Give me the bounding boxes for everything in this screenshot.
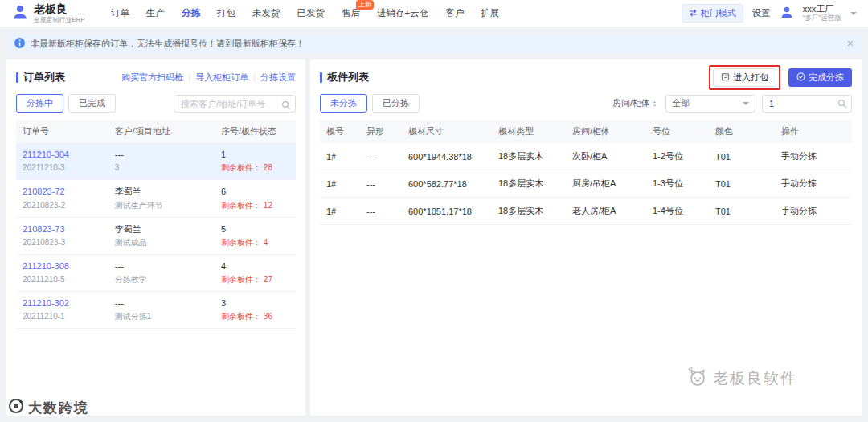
nav-item-not-shipped[interactable]: 未发货	[252, 7, 280, 19]
nav-item-aftersales[interactable]: 售后 上新	[342, 7, 360, 19]
order-search-input[interactable]	[174, 95, 296, 113]
nav-item-extensions[interactable]: 扩展	[481, 7, 499, 19]
col-customer-address: 客户/项目地址	[108, 120, 215, 143]
sorting-settings-link[interactable]: 分拣设置	[260, 72, 296, 84]
board-no[interactable]: 1#	[320, 143, 360, 170]
settings-button[interactable]: 设置	[752, 7, 771, 19]
board-material: 18多层实木	[492, 170, 566, 198]
board-size: 600*1051.17*18	[402, 198, 492, 225]
app-logo[interactable]: 老板良 全屋定制行业ERP	[11, 3, 85, 24]
board-color: T01	[709, 198, 775, 225]
order-seq: 1	[221, 149, 289, 160]
finish-sorting-label: 完成分拣	[809, 72, 844, 84]
col-material: 板材类型	[492, 120, 566, 143]
nav-item-customers[interactable]: 客户	[445, 7, 464, 19]
order-sub-no: 20210823-2	[23, 201, 102, 211]
board-status-tabs: 未分拣 已分拣	[320, 94, 420, 113]
order-remaining: 剩余板件： 36	[221, 312, 289, 322]
board-irregular: ---	[360, 198, 402, 225]
board-no[interactable]: 1#	[320, 170, 360, 198]
logo-title: 老板良	[34, 3, 85, 14]
order-row[interactable]: 211210-30220211210-1 ---测试分拣1 3剩余板件： 36	[16, 292, 296, 329]
order-status-tabs: 分拣中 已完成	[16, 94, 116, 113]
orders-panel: 订单列表 购买官方扫码枪 | 导入柜柜订单 | 分拣设置 分拣中 已完成	[6, 59, 305, 416]
order-customer: 李蜀兰	[115, 186, 208, 197]
main-content: 订单列表 购买官方扫码枪 | 导入柜柜订单 | 分拣设置 分拣中 已完成	[6, 59, 862, 416]
nav-item-sorting[interactable]: 分拣	[182, 7, 200, 19]
cabinet-mode-button[interactable]: 柜门模式	[682, 4, 743, 23]
order-row[interactable]: 210823-7320210823-3 李蜀兰测试成品 5剩余板件： 4	[16, 217, 296, 254]
order-no[interactable]: 211210-302	[23, 297, 102, 309]
room-cabinet-select[interactable]: 全部	[665, 95, 755, 113]
finish-sorting-button[interactable]: 完成分拣	[788, 68, 852, 87]
board-panel: 板件列表 进入打包 完成分拣	[310, 59, 862, 416]
board-material: 18多层实木	[492, 143, 566, 170]
order-search	[174, 95, 296, 113]
manual-sort-link[interactable]: 手动分拣	[775, 198, 852, 225]
user-avatar[interactable]	[780, 5, 794, 23]
package-icon	[721, 72, 730, 83]
order-customer: ---	[115, 260, 208, 272]
board-search	[762, 95, 852, 113]
enter-packing-button[interactable]: 进入打包	[713, 68, 776, 87]
order-sub-no: 20211210-3	[23, 163, 102, 173]
board-irregular: ---	[360, 170, 402, 198]
board-row: 1# --- 600*1051.17*18 18多层实木 老人房/柜A 1-4号…	[320, 198, 852, 225]
nav-item-production[interactable]: 生产	[146, 7, 165, 19]
board-table: 板号 异形 板材尺寸 板材类型 房间/柜体 号位 颜色 操作 1# --- 60…	[320, 120, 852, 225]
main-nav: 订单 生产 分拣 打包 未发货 已发货 售后 上新 进销存+云仓 客户 扩展	[111, 7, 499, 19]
order-row[interactable]: 210823-7220210823-2 李蜀兰测试生产环节 6剩余板件： 12	[16, 180, 296, 217]
order-address: 测试分拣1	[115, 312, 208, 322]
factory-edition: “多厂”运营版	[803, 14, 841, 23]
tab-sorted[interactable]: 已分拣	[372, 94, 420, 113]
order-remaining: 剩余板件： 4	[221, 238, 289, 248]
order-address: 分拣教学	[115, 275, 208, 285]
order-address: 3	[115, 163, 208, 173]
chevron-down-icon[interactable]	[850, 12, 857, 18]
navbar-right: 柜门模式 设置 xxx工厂 “多厂”运营版	[682, 4, 857, 23]
order-no[interactable]: 210823-72	[23, 186, 102, 197]
order-row[interactable]: 211210-30820211210-5 ---分拣教学 4剩余板件： 27	[16, 254, 296, 291]
top-navbar: 老板良 全屋定制行业ERP 订单 生产 分拣 打包 未发货 已发货 售后 上新 …	[0, 0, 868, 27]
order-no[interactable]: 211210-308	[23, 260, 102, 272]
tab-unsorted[interactable]: 未分拣	[320, 94, 367, 113]
orders-panel-title: 订单列表	[16, 70, 65, 84]
board-size: 600*582.77*18	[402, 170, 492, 198]
buy-scanner-link[interactable]: 购买官方扫码枪	[121, 72, 183, 84]
tab-sorting-in-progress[interactable]: 分拣中	[16, 94, 63, 113]
col-board-no: 板号	[320, 120, 360, 143]
order-no[interactable]: 210823-73	[23, 223, 102, 235]
board-room: 厨房/吊柜A	[566, 170, 646, 198]
title-bar-accent	[16, 72, 18, 83]
import-cabinet-orders-link[interactable]: 导入柜柜订单	[195, 72, 248, 84]
board-row: 1# --- 600*1944.38*18 18多层实木 次卧/柜A 1-2号位…	[320, 143, 852, 170]
nav-item-packing[interactable]: 打包	[217, 7, 235, 19]
order-customer: ---	[115, 297, 208, 309]
orders-table-body: 211210-30420211210-3 ---3 1剩余板件： 28 2108…	[16, 143, 296, 329]
check-circle-icon	[796, 72, 805, 83]
col-position: 号位	[646, 120, 709, 143]
board-table-body: 1# --- 600*1944.38*18 18多层实木 次卧/柜A 1-2号位…	[320, 143, 852, 225]
aftersales-badge: 上新	[356, 0, 374, 10]
nav-item-orders[interactable]: 订单	[111, 7, 129, 19]
notice-text: 非最新版柜柜保存的订单，无法生成播报号位！请到最新版柜柜保存！	[31, 38, 305, 50]
tab-completed[interactable]: 已完成	[68, 94, 116, 113]
board-panel-title: 板件列表	[320, 70, 369, 84]
order-row[interactable]: 211210-30420211210-3 ---3 1剩余板件： 28	[16, 143, 296, 180]
nav-item-inventory-cloud[interactable]: 进销存+云仓	[377, 7, 428, 19]
factory-info[interactable]: xxx工厂 “多厂”运营版	[803, 4, 841, 22]
board-no[interactable]: 1#	[320, 198, 360, 225]
notice-bar: 非最新版柜柜保存的订单，无法生成播报号位！请到最新版柜柜保存！ ×	[6, 34, 862, 53]
order-no[interactable]: 211210-304	[23, 149, 102, 160]
manual-sort-link[interactable]: 手动分拣	[775, 170, 852, 198]
board-filters: 房间/柜体： 全部	[612, 95, 852, 113]
manual-sort-link[interactable]: 手动分拣	[775, 143, 852, 170]
nav-item-shipped[interactable]: 已发货	[297, 7, 326, 19]
board-size: 600*1944.38*18	[402, 143, 492, 170]
order-seq: 4	[221, 260, 289, 272]
order-remaining: 剩余板件： 12	[221, 201, 289, 211]
board-irregular: ---	[360, 143, 402, 170]
room-cabinet-filter-label: 房间/柜体：	[612, 97, 659, 109]
board-position: 1-2号位	[646, 143, 709, 170]
close-icon[interactable]: ×	[847, 38, 854, 49]
